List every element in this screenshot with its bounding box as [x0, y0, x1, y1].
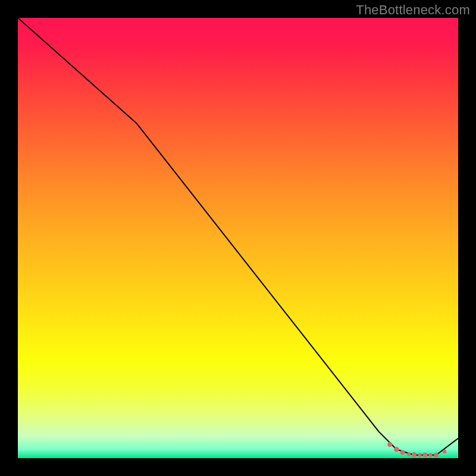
- plot-area: [18, 18, 458, 458]
- chart-stage: TheBottleneck.com: [0, 0, 476, 476]
- watermark-text: TheBottleneck.com: [356, 2, 470, 18]
- background-gradient: [18, 18, 458, 458]
